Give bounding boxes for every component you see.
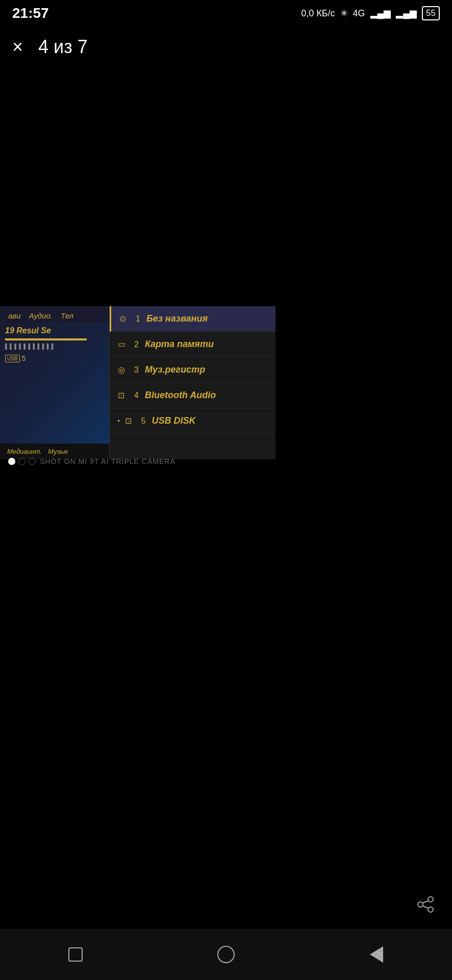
recents-button[interactable] <box>211 939 241 970</box>
status-bar: 21:57 0,0 КБ/с ✳ 4G ▂▄▆ ▂▄▆ 55 <box>0 0 452 27</box>
status-right: 0,0 КБ/с ✳ 4G ▂▄▆ ▂▄▆ 55 <box>301 6 440 20</box>
car-nav-tab-navi[interactable]: ави <box>4 309 25 322</box>
shot-watermark: SHOT ON MI 9T AI TRIPLE CAMERA <box>8 457 175 465</box>
car-track-name: 19 Resul Se <box>5 326 104 335</box>
car-menu-num-3: 3 <box>134 365 139 375</box>
car-progress-bar <box>5 338 87 340</box>
share-button[interactable] <box>411 890 440 919</box>
battery-icon: 55 <box>422 6 440 20</box>
car-menu-num-2: 2 <box>134 340 139 349</box>
nav-title: 4 из 7 <box>38 36 88 58</box>
circle-icon <box>217 946 235 963</box>
car-usb-icon: USB <box>5 355 20 362</box>
car-bullet: • <box>118 418 120 424</box>
dot-1 <box>8 458 15 465</box>
network-speed: 0,0 КБ/с <box>301 8 335 19</box>
car-sd-icon: ▭ <box>118 339 130 349</box>
dot-3 <box>29 458 36 465</box>
svg-line-4 <box>423 906 428 908</box>
car-menu-label-2: Карта памяти <box>145 339 214 350</box>
car-menu-label-4: Bluetooth Audio <box>145 390 216 401</box>
shot-text: SHOT ON MI 9T AI TRIPLE CAMERA <box>40 457 175 465</box>
svg-point-2 <box>428 907 433 912</box>
car-menu-num-1: 1 <box>136 314 140 324</box>
svg-point-0 <box>428 897 433 902</box>
car-nav-tabs: ави Аудио. Тел <box>0 306 109 322</box>
car-menu-label-5: USB DISK <box>152 415 195 426</box>
car-usb-number: 5 <box>22 354 26 362</box>
car-menu-num-5: 5 <box>141 416 146 426</box>
signal-bars: ▂▄▆ <box>370 8 391 19</box>
svg-point-1 <box>418 902 423 907</box>
car-dropdown-menu: ⊙ 1 Без названия ▭ 2 Карта памяти ◎ 3 Му… <box>110 306 275 459</box>
shot-dots <box>8 458 36 465</box>
car-menu-item-5[interactable]: • ⊡ 5 USB DISK <box>110 408 275 434</box>
car-menu-item-4[interactable]: ⊡ 4 Bluetooth Audio <box>110 383 275 408</box>
car-bt-icon: ⊡ <box>118 390 130 400</box>
car-bottom-tab-music[interactable]: Музык <box>45 447 71 456</box>
car-menu-item-1[interactable]: ⊙ 1 Без названия <box>110 306 275 332</box>
car-cd-icon: ⊙ <box>119 314 132 324</box>
car-menu-item-2[interactable]: ▭ 2 Карта памяти <box>110 332 275 357</box>
svg-line-3 <box>423 901 428 903</box>
car-menu-label-3: Муз.регистр <box>145 364 205 375</box>
car-menu-label-1: Без названия <box>146 313 208 324</box>
car-track-info: 19 Resul Se ▌▌▌▌▌▌▌▌▌▌▌ USB 5 <box>0 322 109 366</box>
status-time: 21:57 <box>12 5 49 21</box>
top-nav: × 4 из 7 <box>0 27 452 67</box>
car-hdd-icon: ◎ <box>118 365 130 375</box>
square-icon <box>68 947 83 962</box>
car-usb-label: USB 5 <box>5 354 104 362</box>
signal-bars-2: ▂▄▆ <box>396 8 417 19</box>
back-triangle-icon <box>370 946 383 963</box>
close-button[interactable]: × <box>12 36 23 58</box>
car-nav-tab-tel[interactable]: Тел <box>57 309 78 322</box>
4g-icon: 4G <box>353 8 365 19</box>
car-menu-item-3[interactable]: ◎ 3 Муз.регистр <box>110 357 275 383</box>
car-screen: ави Аудио. Тел 19 Resul Se ▌▌▌▌▌▌▌▌▌▌▌ U… <box>0 306 275 459</box>
car-menu-num-4: 4 <box>134 391 139 400</box>
car-usb-menu-icon: ⊡ <box>125 416 137 426</box>
dot-2 <box>18 458 26 465</box>
car-nav-tab-audio[interactable]: Аудио. <box>25 309 57 322</box>
car-progress-dots: ▌▌▌▌▌▌▌▌▌▌▌ <box>5 344 104 349</box>
car-left-panel: ави Аудио. Тел 19 Resul Se ▌▌▌▌▌▌▌▌▌▌▌ U… <box>0 306 110 459</box>
bluetooth-icon: ✳ <box>340 8 348 19</box>
bottom-nav-bar <box>0 929 452 980</box>
car-bottom-tab-media[interactable]: Медиаинт. <box>4 447 45 456</box>
home-button[interactable] <box>60 939 91 970</box>
back-button[interactable] <box>361 939 392 970</box>
